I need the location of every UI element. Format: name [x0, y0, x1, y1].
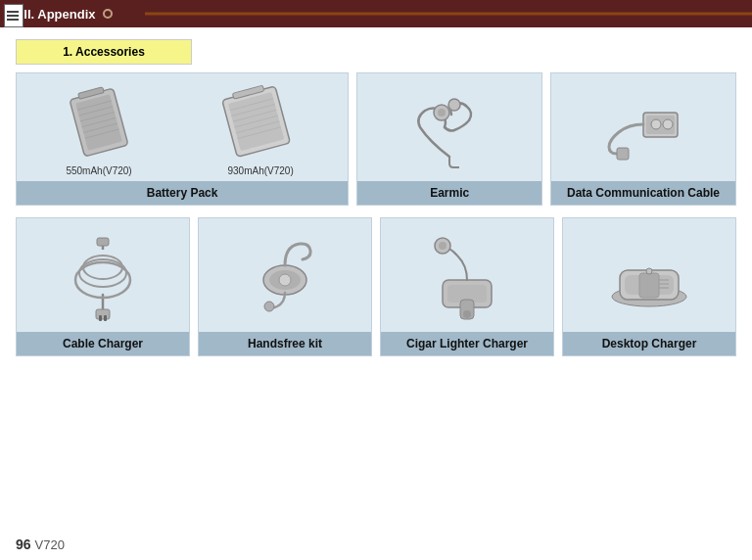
cigar-lighter-charger-image-area — [381, 218, 553, 332]
accessories-row-1: 550mAh(V720) — [16, 72, 736, 206]
footer: 96 V720 — [16, 537, 65, 552]
document-icon — [4, 4, 24, 27]
doc-line-1 — [7, 11, 19, 13]
content-area: 550mAh(V720) — [0, 72, 752, 364]
model-name: V720 — [35, 537, 65, 552]
battery-930-label: 930mAh(V720) — [228, 165, 294, 176]
desktop-charger-image-area — [563, 218, 735, 332]
svg-rect-28 — [104, 315, 107, 321]
cigar-lighter-charger-item: Cigar Lighter Charger — [380, 217, 554, 356]
accessories-row-2: Cable Charger — [16, 217, 736, 356]
svg-rect-25 — [617, 148, 629, 160]
handsfree-kit-item: Handsfree kit — [198, 217, 372, 356]
svg-point-23 — [651, 119, 661, 129]
svg-point-20 — [448, 99, 460, 111]
battery-550-sub: 550mAh(V720) — [65, 83, 133, 176]
earmic-item: Earmic — [356, 72, 542, 206]
svg-point-36 — [279, 274, 291, 286]
svg-rect-46 — [639, 273, 659, 298]
svg-point-40 — [463, 310, 471, 318]
battery-930-image — [221, 83, 300, 162]
doc-line-3 — [7, 19, 19, 21]
svg-point-50 — [646, 268, 652, 274]
battery-550-image — [65, 83, 133, 162]
cable-charger-label: Cable Charger — [17, 332, 189, 355]
page-number: 96 — [16, 537, 31, 552]
battery-pack-images: 550mAh(V720) — [17, 73, 348, 181]
desktop-charger-image — [600, 226, 698, 324]
battery-930-sub: 930mAh(V720) — [221, 83, 300, 176]
svg-rect-27 — [99, 315, 102, 321]
cigar-lighter-charger-label: Cigar Lighter Charger — [381, 332, 553, 355]
desktop-charger-label: Desktop Charger — [563, 332, 735, 355]
accessories-grid: 550mAh(V720) — [16, 72, 736, 356]
earmic-label: Earmic — [357, 181, 541, 205]
earmic-image — [400, 83, 498, 171]
svg-rect-32 — [97, 238, 109, 246]
battery-pack-item: 550mAh(V720) — [16, 72, 349, 206]
cable-charger-image-area — [17, 218, 189, 332]
cable-charger-image — [54, 226, 152, 324]
desktop-charger-item: Desktop Charger — [562, 217, 736, 356]
section-title-wrapper: 1. Accessories — [0, 27, 752, 72]
section-title: 1. Accessories — [16, 39, 192, 65]
battery-550-label: 550mAh(V720) — [66, 165, 131, 176]
doc-line-2 — [7, 15, 19, 17]
handsfree-kit-label: Handsfree kit — [199, 332, 371, 355]
svg-rect-26 — [96, 309, 110, 319]
earmic-image-area — [357, 73, 541, 181]
header-title: XIII. Appendix — [12, 7, 95, 22]
battery-pack-label: Battery Pack — [17, 181, 348, 205]
header-line — [145, 13, 752, 16]
data-comm-cable-image — [589, 83, 697, 171]
data-comm-cable-label: Data Communication Cable — [551, 181, 735, 205]
header-dot — [103, 9, 113, 19]
svg-point-24 — [663, 119, 673, 129]
svg-point-19 — [438, 109, 446, 117]
cable-charger-item: Cable Charger — [16, 217, 190, 356]
svg-point-42 — [439, 242, 446, 250]
svg-point-35 — [264, 302, 274, 311]
handsfree-kit-image — [236, 226, 334, 324]
data-comm-cable-image-area — [551, 73, 735, 181]
page-header: XIII. Appendix — [0, 0, 752, 27]
cigar-lighter-charger-image — [413, 226, 521, 324]
data-comm-cable-item: Data Communication Cable — [550, 72, 736, 206]
handsfree-kit-image-area — [199, 218, 371, 332]
